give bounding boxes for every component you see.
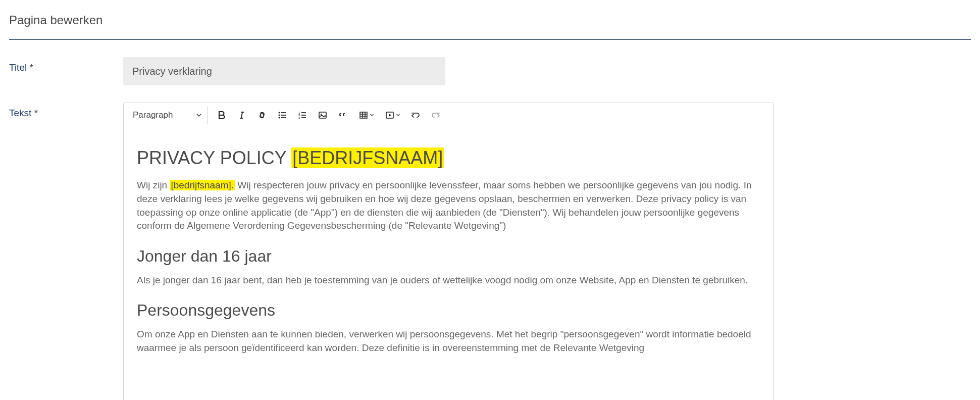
svg-point-8 <box>279 117 280 118</box>
svg-marker-24 <box>389 114 391 117</box>
table-button[interactable] <box>354 106 378 124</box>
divider <box>9 39 971 40</box>
blockquote-button[interactable] <box>334 106 352 124</box>
numbered-list-button[interactable]: 1 2 3 <box>293 106 312 124</box>
content-heading-1: PRIVACY POLICY [BEDRIJFSNAAM] <box>137 145 760 171</box>
chevron-down-icon <box>396 113 400 117</box>
text-row: Tekst * Paragraph <box>9 103 971 400</box>
block-format-label: Paragraph <box>133 110 173 120</box>
svg-text:3: 3 <box>298 116 300 119</box>
redo-button[interactable] <box>427 106 445 124</box>
italic-button[interactable] <box>233 106 251 124</box>
title-required-mark: * <box>29 62 33 73</box>
text-label: Tekst * <box>9 103 123 119</box>
undo-button[interactable] <box>406 106 425 124</box>
block-format-select[interactable]: Paragraph <box>127 106 208 124</box>
editor-content[interactable]: PRIVACY POLICY [BEDRIJFSNAAM] Wij zijn [… <box>124 127 773 400</box>
p1-prefix: Wij zijn <box>137 180 170 190</box>
link-button[interactable] <box>253 106 271 124</box>
bullet-list-button[interactable] <box>273 106 291 124</box>
editor-toolbar: Paragraph <box>124 103 773 127</box>
p1-highlight: [bedrijfsnaam]. <box>170 180 235 190</box>
image-button[interactable] <box>314 106 332 124</box>
media-button[interactable] <box>380 106 404 124</box>
svg-line-2 <box>241 112 242 118</box>
content-heading-2b: Persoonsgegevens <box>137 299 760 322</box>
text-required-mark: * <box>34 108 38 118</box>
h1-highlight: [BEDRIJFSNAAM] <box>291 147 444 168</box>
text-label-text: Tekst <box>9 108 31 118</box>
title-input[interactable] <box>123 57 445 85</box>
svg-rect-18 <box>360 112 367 118</box>
svg-point-6 <box>279 114 280 116</box>
h1-prefix: PRIVACY POLICY <box>137 147 291 168</box>
rich-text-editor: Paragraph <box>123 103 774 400</box>
page-title: Pagina bewerken <box>9 13 971 27</box>
chevron-down-icon <box>370 113 374 117</box>
svg-point-4 <box>279 112 280 113</box>
content-heading-2a: Jonger dan 16 jaar <box>137 245 760 268</box>
title-label: Titel * <box>9 57 123 73</box>
svg-rect-16 <box>319 112 326 118</box>
content-paragraph-1: Wij zijn [bedrijfsnaam]. Wij respecteren… <box>137 179 760 232</box>
svg-point-17 <box>321 113 322 115</box>
title-label-text: Titel <box>9 62 27 73</box>
content-paragraph-3: Om onze App en Diensten aan te kunnen bi… <box>137 328 760 355</box>
chevron-down-icon <box>196 112 202 118</box>
content-paragraph-2: Als je jonger dan 16 jaar bent, dan heb … <box>137 274 760 287</box>
title-row: Titel * <box>9 57 971 85</box>
bold-button[interactable] <box>213 106 231 124</box>
